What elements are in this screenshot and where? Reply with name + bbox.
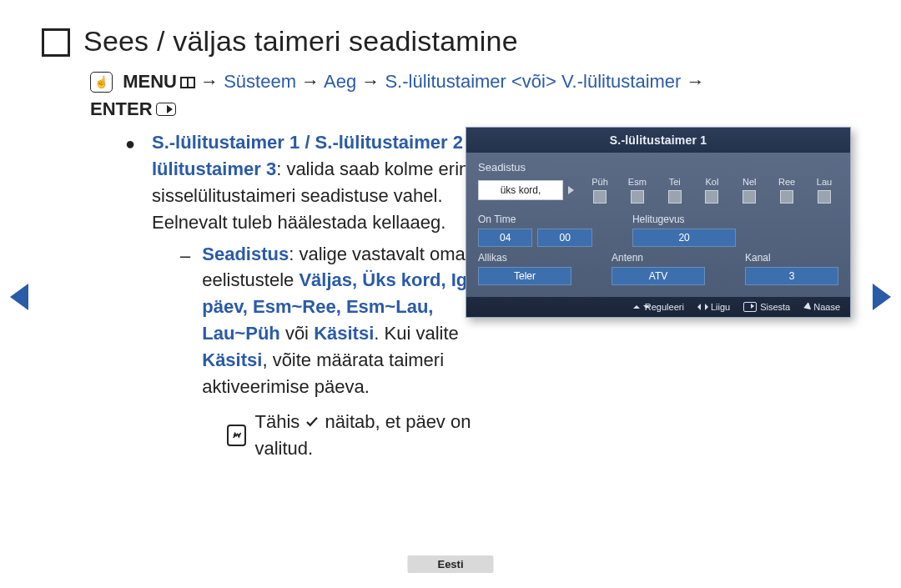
osd-seadistus-label: Seadistus (478, 161, 838, 173)
dash-icon: – (180, 241, 190, 400)
osd-day-checkbox[interactable] (705, 190, 718, 204)
osd-day-checkbox[interactable] (631, 190, 644, 204)
chevron-right-icon[interactable] (568, 186, 574, 194)
next-page-arrow[interactable] (873, 284, 891, 310)
osd-footer: Reguleeri Liigu Sisesta Naase (466, 297, 850, 317)
osd-volume-label: Helitugevus (632, 214, 736, 225)
osd-seadistus-value[interactable]: üks kord, (478, 180, 563, 200)
sub-bullet-text: Seadistus: valige vastavalt oma eelistus… (202, 241, 502, 400)
osd-antenn-label: Antenn (612, 252, 705, 264)
enter-icon (156, 103, 176, 116)
check-icon (305, 411, 325, 432)
osd-allikas-label: Allikas (478, 252, 571, 264)
prev-page-arrow[interactable] (10, 284, 28, 310)
footer-language: Eesti (407, 555, 493, 573)
page-title: Sees / väljas taimeri seadistamine (83, 25, 518, 58)
leftright-icon (697, 302, 707, 312)
section-icon (42, 28, 70, 57)
osd-allikas-value[interactable]: Teler (478, 267, 571, 285)
osd-title: S.-lülitustaimer 1 (466, 128, 850, 153)
osd-day-row: Püh Esm Tei Kol Nel Ree Lau (586, 177, 838, 204)
osd-day-checkbox[interactable] (742, 190, 756, 204)
osd-volume-value[interactable]: 20 (632, 229, 736, 247)
menu-path: ☝ MENU → Süsteem → Aeg → S.-lülitustaime… (90, 68, 868, 123)
note-icon (227, 425, 246, 446)
enter-mini-icon (743, 302, 757, 312)
osd-day-checkbox[interactable] (593, 190, 607, 204)
enter-keyword: ENTER (90, 98, 153, 119)
note-row: Tähis näitab, et päev on valitud. (227, 409, 502, 462)
osd-ontime-min[interactable]: 00 (537, 229, 591, 247)
menu-grid-icon (180, 77, 195, 88)
osd-ontime-hour[interactable]: 04 (478, 229, 532, 247)
bullet-text: S.-lülitustaimer 1 / S.-lülitustaimer 2 … (152, 129, 502, 236)
osd-panel: S.-lülitustaimer 1 Seadistus üks kord, P… (466, 127, 851, 318)
bullet-icon: ● (125, 129, 143, 153)
osd-ontime-label: On Time (478, 214, 592, 225)
osd-antenn-value[interactable]: ATV (612, 267, 705, 285)
hand-icon: ☝ (90, 72, 113, 93)
updown-icon (633, 302, 642, 312)
osd-day-checkbox[interactable] (818, 190, 831, 204)
osd-kanal-label: Kanal (745, 252, 838, 264)
osd-day-checkbox[interactable] (780, 190, 793, 204)
osd-day-checkbox[interactable] (668, 190, 682, 204)
menu-keyword: MENU (123, 71, 177, 92)
return-icon (803, 302, 812, 312)
osd-kanal-value[interactable]: 3 (745, 267, 838, 285)
